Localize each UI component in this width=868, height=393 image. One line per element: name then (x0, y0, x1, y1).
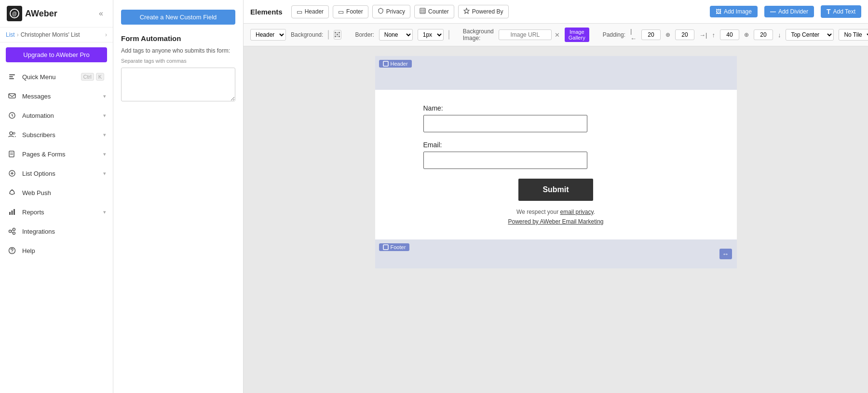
pad-right-input[interactable] (675, 29, 694, 40)
pad-bottom-input[interactable] (754, 29, 773, 40)
sidebar-item-web-push[interactable]: Web Push (0, 183, 113, 202)
elem-btn-powered-by-label: Powered By (472, 8, 503, 15)
collapse-btn[interactable]: « (96, 8, 106, 19)
elem-btn-footer-label: Footer (346, 8, 363, 15)
svg-rect-38 (337, 36, 338, 37)
svg-line-21 (12, 230, 13, 231)
form-content: Name: Email: Submit We respect your emai… (375, 90, 737, 239)
bg-image-input[interactable] (499, 29, 552, 40)
footer-section[interactable]: Footer ↔ (375, 239, 737, 268)
sidebar-item-list-options[interactable]: List Options ▾ (0, 164, 113, 183)
sidebar-item-reports[interactable]: Reports ▾ (0, 202, 113, 222)
breadcrumb-list-label[interactable]: List (6, 31, 15, 38)
border-style-select[interactable]: None Solid Dashed (379, 29, 413, 41)
align-select[interactable]: Top Center Top Left Top Right Center Cen… (786, 29, 834, 41)
submit-button[interactable]: Submit (518, 179, 593, 201)
svg-rect-33 (339, 32, 340, 33)
resize-handle[interactable]: ↔ (719, 249, 732, 259)
footer-block-label: Footer (379, 243, 410, 251)
bg-pattern-btn[interactable] (334, 30, 341, 40)
image-gallery-button[interactable]: Image Gallery (565, 28, 589, 42)
subscribers-icon (7, 129, 17, 140)
header-block-label: Header (379, 60, 412, 68)
create-custom-field-button[interactable]: Create a New Custom Field (121, 10, 235, 25)
sidebar-item-help[interactable]: Help (0, 241, 113, 260)
svg-rect-3 (9, 76, 13, 77)
elem-btn-header[interactable]: ▭ Header (291, 5, 329, 18)
sidebar-item-label-subscribers: Subscribers (22, 131, 103, 139)
svg-rect-16 (12, 211, 13, 215)
privacy-link[interactable]: email privacy (560, 209, 594, 215)
counter-elem-icon (420, 8, 426, 15)
sidebar-item-integrations[interactable]: Integrations (0, 222, 113, 241)
pad-vlink-icon: ⊕ (744, 31, 749, 38)
tags-textarea[interactable] (121, 68, 235, 101)
svg-marker-30 (464, 8, 469, 14)
automation-chevron-icon: ▾ (103, 112, 106, 119)
svg-line-22 (12, 232, 13, 233)
add-text-button[interactable]: T Add Text (821, 5, 861, 18)
subscribers-chevron-icon: ▾ (103, 132, 106, 138)
svg-rect-25 (420, 8, 425, 14)
border-color-swatch[interactable] (448, 30, 449, 40)
elem-btn-privacy[interactable]: Privacy (372, 5, 410, 18)
reports-icon (7, 207, 17, 217)
email-input[interactable] (423, 152, 587, 169)
add-text-label: Add Text (833, 8, 855, 15)
main-area: Create a New Custom Field Form Automatio… (113, 0, 868, 393)
section-select[interactable]: Header Footer (250, 29, 286, 41)
right-panel: Elements ▭ Header ▭ Footer Privacy Count… (244, 0, 868, 393)
add-divider-button[interactable]: — Add Divider (764, 6, 814, 17)
sidebar-item-quick-menu[interactable]: Quick Menu Ctrl K (0, 67, 113, 86)
elem-btn-powered-by[interactable]: Powered By (458, 5, 509, 18)
sidebar-item-label-web-push: Web Push (22, 189, 106, 196)
add-divider-icon: — (770, 8, 776, 15)
pad-right-arrow-icon: →| (699, 31, 707, 39)
sidebar-item-label-reports: Reports (22, 209, 103, 216)
name-input[interactable] (423, 115, 587, 132)
list-options-icon (7, 168, 17, 179)
upgrade-btn[interactable]: Upgrade to AWeber Pro (6, 47, 107, 62)
elem-btn-counter[interactable]: Counter (414, 5, 454, 18)
border-size-select[interactable]: 1px 2px 3px (418, 29, 444, 41)
form-automation-subtitle: Add tags to anyone who submits this form… (121, 47, 235, 54)
svg-rect-35 (337, 34, 338, 35)
sidebar-item-pages-forms[interactable]: Pages & Forms ▾ (0, 144, 113, 164)
nav-list: Quick Menu Ctrl K Messages ▾ Automation … (0, 67, 113, 260)
sidebar-item-automation[interactable]: Automation ▾ (0, 106, 113, 125)
tags-hint: Separate tags with commas (121, 58, 235, 64)
pad-left-input[interactable] (641, 29, 661, 40)
elem-btn-header-label: Header (305, 8, 324, 15)
name-field-group: Name: (423, 104, 689, 132)
svg-rect-2 (9, 74, 15, 75)
bg-color-swatch[interactable] (328, 30, 329, 40)
help-icon (7, 245, 17, 256)
privacy-elem-icon (378, 8, 384, 15)
tile-select[interactable]: No Tile Tile Tile X Tile Y (839, 29, 868, 41)
svg-rect-40 (383, 61, 388, 66)
email-label: Email: (423, 141, 689, 149)
reports-chevron-icon: ▾ (103, 209, 106, 215)
svg-rect-41 (383, 245, 388, 250)
form-automation-title: Form Automation (121, 34, 235, 42)
elem-btn-footer[interactable]: ▭ Footer (333, 5, 368, 18)
list-options-chevron-icon: ▾ (103, 170, 106, 177)
pages-forms-chevron-icon: ▾ (103, 151, 106, 157)
powered-link[interactable]: Powered by AWeber Email Marketing (508, 218, 603, 225)
sidebar-item-label-automation: Automation (22, 112, 103, 119)
header-section[interactable]: Header (375, 56, 737, 90)
bg-image-clear-icon[interactable]: ✕ (555, 31, 560, 39)
breadcrumb-bar: List › Christopher Morris' List › (0, 28, 113, 42)
form-preview: Header Name: Email: Submit (375, 56, 737, 268)
powered-text: Powered by AWeber Email Marketing (423, 218, 689, 225)
add-image-button[interactable]: 🖼 Add Image (710, 6, 758, 17)
messages-icon (7, 91, 17, 101)
elements-title: Elements (250, 8, 283, 16)
footer-label-text: Footer (391, 244, 406, 250)
padding-label: Padding: (603, 31, 625, 38)
footer-block: Footer ↔ (375, 239, 737, 268)
svg-rect-15 (9, 212, 11, 215)
sidebar-item-subscribers[interactable]: Subscribers ▾ (0, 125, 113, 144)
sidebar-item-messages[interactable]: Messages ▾ (0, 86, 113, 106)
pad-top-input[interactable] (720, 29, 739, 40)
